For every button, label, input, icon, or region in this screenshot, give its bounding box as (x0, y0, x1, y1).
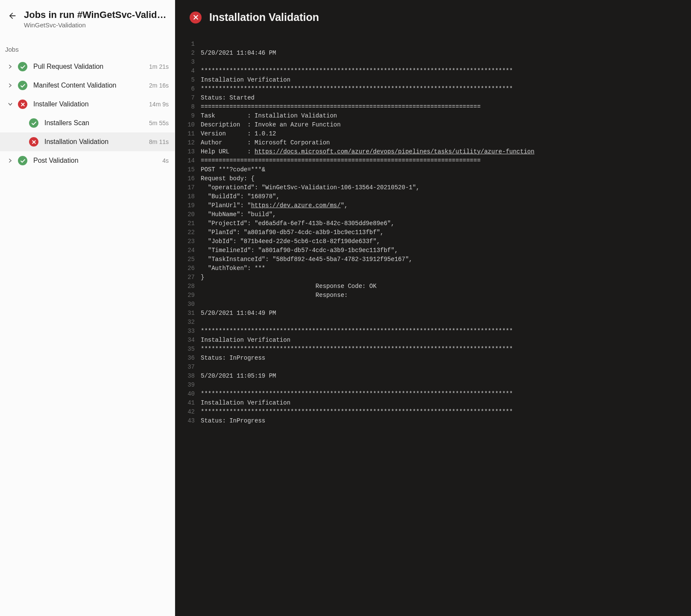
line-content: } (201, 273, 691, 282)
job-row-post-validation[interactable]: Post Validation4s (0, 151, 175, 170)
log-line: 14======================================… (175, 156, 691, 165)
log-line: 28 Response Code: OK (175, 282, 691, 291)
line-content: "BuildId": "168978", (201, 192, 691, 201)
line-number: 10 (175, 120, 201, 129)
chevron-down-icon[interactable] (6, 102, 15, 107)
log-header: Installation Validation (175, 0, 691, 40)
line-content: POST ***?code=***& (201, 165, 691, 174)
line-content: ****************************************… (201, 327, 691, 336)
job-row-installer-validation[interactable]: Installer Validation14m 9s (0, 95, 175, 114)
chevron-right-icon[interactable] (6, 64, 15, 69)
line-content (201, 58, 691, 67)
log-line: 43Status: InProgress (175, 417, 691, 425)
line-content: "JobId": "871b4eed-22de-5cb6-c1c8-82f190… (201, 237, 691, 246)
status-success-icon (29, 118, 38, 128)
line-number: 27 (175, 273, 201, 282)
log-line: 22 "PlanId": "a801af90-db57-4cdc-a3b9-1b… (175, 228, 691, 237)
line-number: 3 (175, 58, 201, 67)
line-content: ========================================… (201, 103, 691, 111)
line-content: ****************************************… (201, 345, 691, 354)
log-line: 26 "AuthToken": *** (175, 264, 691, 273)
line-number: 19 (175, 201, 201, 210)
line-number: 34 (175, 336, 201, 345)
chevron-right-icon[interactable] (6, 83, 15, 88)
sidebar: Jobs in run #WinGetSvc-Valida… WinGetSvc… (0, 0, 175, 616)
line-number: 16 (175, 174, 201, 183)
log-line: 39 (175, 381, 691, 390)
line-number: 15 (175, 165, 201, 174)
log-line: 30 (175, 300, 691, 309)
log-line: 21 "ProjectId": "ed6a5dfa-6e7f-413b-842c… (175, 219, 691, 228)
log-line: 5Installation Verification (175, 76, 691, 85)
line-content (201, 318, 691, 327)
log-link[interactable]: https://dev.azure.com/ms/ (251, 202, 341, 209)
chevron-right-icon[interactable] (6, 158, 15, 163)
job-step-label: Installation Validation (44, 138, 146, 146)
line-number: 18 (175, 192, 201, 201)
log-link[interactable]: https://docs.microsoft.com/azure/devops/… (255, 148, 534, 155)
log-line: 19 "PlanUrl": "https://dev.azure.com/ms/… (175, 201, 691, 210)
line-content: 5/20/2021 11:04:49 PM (201, 309, 691, 318)
jobs-list: Pull Request Validation1m 21sManifest Co… (0, 57, 175, 170)
line-content: ****************************************… (201, 67, 691, 76)
line-number: 25 (175, 255, 201, 264)
line-content: Response: (201, 291, 691, 300)
line-number: 39 (175, 381, 201, 390)
job-duration: 2m 16s (149, 82, 169, 89)
line-number: 8 (175, 103, 201, 111)
line-number: 17 (175, 183, 201, 192)
job-duration: 4s (162, 157, 169, 164)
line-number: 4 (175, 67, 201, 76)
job-step-installation-validation[interactable]: Installation Validation8m 11s (0, 132, 175, 151)
line-content: Description : Invoke an Azure Function (201, 120, 691, 129)
log-line: 8=======================================… (175, 103, 691, 111)
line-content: ****************************************… (201, 408, 691, 417)
log-line: 24 "TimelineId": "a801af90-db57-4cdc-a3b… (175, 246, 691, 255)
log-line: 385/20/2021 11:05:19 PM (175, 372, 691, 381)
log-line: 1 (175, 40, 691, 49)
line-content: Status: InProgress (201, 417, 691, 425)
page-subtitle: WinGetSvc-Validation (24, 21, 167, 29)
line-content: "TimelineId": "a801af90-db57-4cdc-a3b9-1… (201, 246, 691, 255)
log-line: 37 (175, 363, 691, 372)
log-body[interactable]: 125/20/2021 11:04:46 PM34***************… (175, 40, 691, 616)
line-content: Version : 1.0.12 (201, 129, 691, 138)
line-content (201, 300, 691, 309)
job-duration: 14m 9s (149, 101, 169, 108)
job-step-duration: 5m 55s (149, 120, 169, 126)
line-number: 12 (175, 138, 201, 147)
line-content: "PlanUrl": "https://dev.azure.com/ms/", (201, 201, 691, 210)
status-success-icon (18, 62, 27, 71)
back-arrow-icon[interactable] (8, 11, 17, 22)
log-line: 36Status: InProgress (175, 354, 691, 363)
log-line: 33**************************************… (175, 327, 691, 336)
log-line: 9Task : Installation Validation (175, 111, 691, 120)
job-label: Post Validation (33, 157, 159, 164)
line-content: ****************************************… (201, 390, 691, 399)
line-number: 30 (175, 300, 201, 309)
page-title: Jobs in run #WinGetSvc-Valida… (24, 9, 167, 21)
line-content (201, 381, 691, 390)
line-number: 23 (175, 237, 201, 246)
job-row-manifest-content-validation[interactable]: Manifest Content Validation2m 16s (0, 76, 175, 95)
line-number: 32 (175, 318, 201, 327)
line-number: 42 (175, 408, 201, 417)
jobs-section-label: Jobs (0, 36, 175, 57)
log-line: 3 (175, 58, 691, 67)
line-content: Status: Started (201, 94, 691, 103)
line-content: "operationId": "WinGetSvc-Validation-106… (201, 183, 691, 192)
line-number: 9 (175, 111, 201, 120)
line-number: 1 (175, 40, 201, 49)
line-number: 36 (175, 354, 201, 363)
log-line: 6***************************************… (175, 85, 691, 94)
job-step-installers-scan[interactable]: Installers Scan5m 55s (0, 114, 175, 132)
line-content: Request body: { (201, 174, 691, 183)
job-row-pull-request-validation[interactable]: Pull Request Validation1m 21s (0, 57, 175, 76)
log-line: 40**************************************… (175, 390, 691, 399)
status-success-icon (18, 81, 27, 90)
line-number: 35 (175, 345, 201, 354)
status-fail-icon (18, 100, 27, 109)
line-content: 5/20/2021 11:04:46 PM (201, 49, 691, 58)
sidebar-header: Jobs in run #WinGetSvc-Valida… WinGetSvc… (0, 0, 175, 36)
line-number: 37 (175, 363, 201, 372)
